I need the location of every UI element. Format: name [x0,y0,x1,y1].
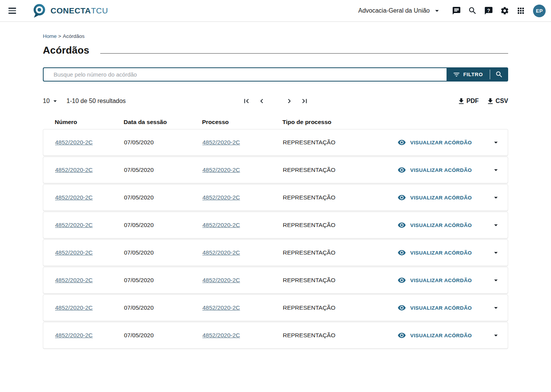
page-size-value: 10 [43,98,50,105]
search-submit-button[interactable] [490,67,508,82]
numero-link[interactable]: 4852/2020-2C [55,304,124,311]
tipo-processo-value: REPRESENTAÇÃO [283,277,396,284]
tipo-processo-value: REPRESENTAÇÃO [283,222,396,229]
caret-down-icon [492,276,500,284]
caret-down-icon [492,248,500,257]
expand-row-button[interactable] [490,137,502,148]
search-input[interactable] [43,67,447,82]
expand-row-button[interactable] [490,302,502,314]
table-row: 4852/2020-2C 07/05/2020 4852/2020-2C REP… [43,129,508,156]
hamburger-icon [8,6,18,15]
visualizar-acordao-label: VISUALIZAR ACÓRDÃO [410,167,472,173]
numero-link[interactable]: 4852/2020-2C [55,249,124,256]
expand-row-button[interactable] [490,219,502,231]
last-page-button[interactable] [300,96,310,106]
results-toolbar: 10 1-10 de 50 resultados PDF [43,96,508,106]
tipo-processo-value: REPRESENTAÇÃO [283,139,396,146]
processo-link[interactable]: 4852/2020-2C [202,304,283,311]
expand-row-button[interactable] [490,247,502,258]
org-selector-dropdown[interactable]: Advocacia-Geral da União [358,7,441,15]
numero-link[interactable]: 4852/2020-2C [55,277,124,284]
expand-row-button[interactable] [490,330,502,341]
visualizar-acordao-label: VISUALIZAR ACÓRDÃO [410,222,472,228]
data-sessao-value: 07/05/2020 [124,277,202,284]
numero-link[interactable]: 4852/2020-2C [55,194,124,201]
visualizar-acordao-label: VISUALIZAR ACÓRDÃO [410,250,472,256]
column-header-numero: Número [55,119,124,126]
help-button[interactable]: ? [482,4,496,18]
visualizar-acordao-button[interactable]: VISUALIZAR ACÓRDÃO [396,329,473,342]
visualizar-acordao-button[interactable]: VISUALIZAR ACÓRDÃO [396,163,473,176]
eye-icon [398,304,406,312]
export-csv-button[interactable]: CSV [486,97,508,105]
visualizar-acordao-button[interactable]: VISUALIZAR ACÓRDÃO [396,274,473,287]
numero-link[interactable]: 4852/2020-2C [55,222,124,229]
messages-button[interactable] [450,4,463,18]
export-pdf-button[interactable]: PDF [457,97,479,105]
chat-icon [452,6,461,15]
eye-icon [398,331,406,340]
tipo-processo-value: REPRESENTAÇÃO [283,304,396,311]
avatar[interactable]: EP [533,5,546,17]
filter-button[interactable]: FILTRO [447,67,490,82]
apps-button[interactable] [514,4,528,18]
data-sessao-value: 07/05/2020 [124,304,202,311]
visualizar-acordao-button[interactable]: VISUALIZAR ACÓRDÃO [396,136,473,149]
processo-link[interactable]: 4852/2020-2C [202,222,283,229]
next-page-button[interactable] [284,96,294,106]
settings-button[interactable] [498,4,512,18]
processo-link[interactable]: 4852/2020-2C [202,277,283,284]
gear-icon [500,6,509,15]
filter-icon [453,71,460,78]
expand-row-button[interactable] [490,192,502,203]
brand-logo[interactable]: CONECTATCU [31,3,108,18]
data-sessao-value: 07/05/2020 [124,222,202,229]
processo-link[interactable]: 4852/2020-2C [202,139,283,146]
visualizar-acordao-button[interactable]: VISUALIZAR ACÓRDÃO [396,301,473,314]
numero-link[interactable]: 4852/2020-2C [55,139,124,146]
visualizar-acordao-button[interactable]: VISUALIZAR ACÓRDÃO [396,246,473,259]
org-selector-label: Advocacia-Geral da União [358,7,430,14]
expand-row-button[interactable] [490,274,502,286]
numero-link[interactable]: 4852/2020-2C [55,167,124,173]
breadcrumb-separator: > [58,33,61,39]
data-sessao-value: 07/05/2020 [124,194,202,201]
menu-button[interactable] [6,4,20,18]
title-divider [100,53,508,54]
export-pdf-label: PDF [466,98,479,105]
visualizar-acordao-button[interactable]: VISUALIZAR ACÓRDÃO [396,219,473,232]
visualizar-acordao-button[interactable]: VISUALIZAR ACÓRDÃO [396,191,473,204]
table-header: Número Data da sessão Processo Tipo de p… [43,115,508,129]
data-sessao-value: 07/05/2020 [124,332,202,339]
avatar-initials: EP [536,8,543,14]
column-header-tipo-processo: Tipo de processo [282,119,396,126]
numero-link[interactable]: 4852/2020-2C [55,332,124,339]
tipo-processo-value: REPRESENTAÇÃO [283,194,396,201]
table-row: 4852/2020-2C 07/05/2020 4852/2020-2C REP… [43,322,508,349]
breadcrumb-current: Acórdãos [63,33,85,39]
download-icon [457,97,465,105]
caret-down-icon [492,221,500,229]
previous-page-button[interactable] [257,96,267,106]
results-count: 1-10 de 50 resultados [67,98,126,105]
processo-link[interactable]: 4852/2020-2C [202,332,283,339]
breadcrumb-home-link[interactable]: Home [43,33,57,39]
first-page-button[interactable] [241,96,251,106]
processo-link[interactable]: 4852/2020-2C [202,167,283,173]
page-title: Acórdãos [43,44,90,56]
app-header: CONECTATCU Advocacia-Geral da União ? [0,0,551,22]
processo-link[interactable]: 4852/2020-2C [202,249,283,256]
column-header-processo: Processo [202,119,282,126]
search-bar: FILTRO [43,67,508,82]
help-icon: ? [484,6,493,15]
caret-down-icon [492,138,500,147]
processo-link[interactable]: 4852/2020-2C [202,194,283,201]
page-size-selector[interactable]: 10 [43,97,59,105]
search-header-button[interactable] [466,4,479,18]
search-submit-icon [495,70,503,78]
expand-row-button[interactable] [490,164,502,176]
table-row: 4852/2020-2C 07/05/2020 4852/2020-2C REP… [43,267,508,294]
download-icon [486,97,494,105]
eye-icon [398,166,406,174]
table-row: 4852/2020-2C 07/05/2020 4852/2020-2C REP… [43,184,508,211]
